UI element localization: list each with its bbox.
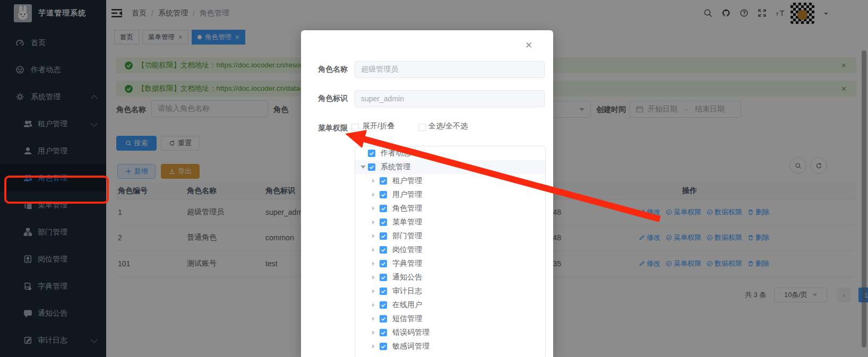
tree-caret-right-icon[interactable] — [372, 248, 377, 252]
tree-node-label: 作者动态 — [381, 149, 410, 158]
tree-checkbox[interactable] — [380, 329, 387, 336]
tree-caret-right-icon[interactable] — [372, 234, 377, 238]
select-all-checkbox[interactable] — [418, 124, 426, 131]
tree-checkbox[interactable] — [380, 274, 387, 281]
tree-checkbox[interactable] — [380, 205, 387, 212]
tree-node-label: 敏感词管理 — [392, 342, 429, 351]
tree-caret-down-icon[interactable] — [360, 166, 366, 171]
menu-permission-tree: 作者动态系统管理租户管理用户管理角色管理菜单管理部门管理岗位管理字典管理通知公告… — [355, 146, 546, 357]
tree-node-短信管理[interactable]: 短信管理 — [355, 312, 545, 326]
tree-caret-right-icon[interactable] — [372, 179, 377, 183]
tree-node-label: 系统管理 — [381, 162, 410, 172]
tree-caret-right-icon[interactable] — [372, 275, 377, 280]
tree-node-系统管理[interactable]: 系统管理 — [355, 160, 545, 174]
dialog-role-name-label: 角色名称 — [307, 65, 348, 74]
tree-checkbox[interactable] — [368, 163, 375, 171]
tree-caret-right-icon[interactable] — [372, 220, 377, 224]
tree-checkbox[interactable] — [380, 232, 387, 240]
expand-collapse-label[interactable]: 展开/折叠 — [363, 121, 394, 131]
tree-checkbox[interactable] — [380, 177, 387, 185]
tree-node-错误码管理[interactable]: 错误码管理 — [355, 326, 545, 339]
tree-node-label: 短信管理 — [392, 314, 422, 324]
tree-node-作者动态[interactable]: 作者动态 — [355, 146, 545, 160]
tree-node-label: 角色管理 — [392, 204, 422, 213]
select-all-label[interactable]: 全选/全不选 — [428, 121, 468, 131]
tree-caret-right-icon[interactable] — [372, 262, 377, 266]
dialog-menu-permission-label: 菜单权限 — [307, 124, 348, 133]
tree-node-label: 通知公告 — [392, 273, 422, 282]
tree-node-部门管理[interactable]: 部门管理 — [355, 229, 545, 243]
tree-node-审计日志[interactable]: 审计日志 — [355, 284, 545, 298]
tree-node-label: 部门管理 — [392, 231, 422, 241]
tree-checkbox[interactable] — [380, 301, 387, 309]
tree-caret-right-icon[interactable] — [372, 206, 377, 211]
tree-checkbox[interactable] — [368, 150, 375, 157]
tree-caret-right-icon[interactable] — [372, 330, 377, 335]
tree-caret-right-icon[interactable] — [372, 303, 377, 307]
tree-node-在线用户[interactable]: 在线用户 — [355, 298, 545, 312]
tree-node-label: 字典管理 — [392, 259, 422, 268]
tree-node-字典管理[interactable]: 字典管理 — [355, 257, 545, 271]
dialog-role-code-input[interactable]: super_admin — [355, 90, 545, 107]
tree-node-label: 租户管理 — [392, 176, 422, 186]
tree-node-岗位管理[interactable]: 岗位管理 — [355, 243, 545, 257]
tree-checkbox[interactable] — [380, 219, 387, 226]
tree-node-敏感词管理[interactable]: 敏感词管理 — [355, 339, 545, 353]
tree-node-通知公告[interactable]: 通知公告 — [355, 271, 545, 284]
tree-checkbox[interactable] — [380, 343, 387, 350]
tree-caret-right-icon[interactable] — [372, 289, 377, 293]
tree-node-label: 在线用户 — [392, 300, 422, 310]
expand-collapse-checkbox[interactable] — [351, 124, 359, 131]
tree-node-租户管理[interactable]: 租户管理 — [355, 174, 545, 188]
tree-node-菜单管理[interactable]: 菜单管理 — [355, 215, 545, 229]
dialog-role-code-label: 角色标识 — [307, 94, 348, 103]
dialog-close-icon[interactable]: ✕ — [524, 41, 534, 50]
tree-node-用户管理[interactable]: 用户管理 — [355, 188, 545, 202]
tree-node-label: 审计日志 — [392, 286, 422, 296]
tree-caret-right-icon[interactable] — [372, 344, 377, 349]
menu-permission-dialog: ✕ 角色名称 超级管理员 角色标识 super_admin 菜单权限 展开/折叠… — [301, 30, 553, 357]
tree-checkbox[interactable] — [380, 191, 387, 198]
tree-node-label: 岗位管理 — [392, 245, 422, 255]
tree-caret-right-icon[interactable] — [372, 317, 377, 321]
tree-node-label: 错误码管理 — [392, 328, 429, 337]
tree-node-label: 用户管理 — [392, 190, 422, 199]
tree-checkbox[interactable] — [380, 260, 387, 267]
tree-checkbox[interactable] — [380, 315, 387, 323]
tree-node-label: 菜单管理 — [392, 217, 422, 227]
tree-checkbox[interactable] — [380, 288, 387, 295]
tree-checkbox[interactable] — [380, 246, 387, 254]
tree-caret-right-icon[interactable] — [372, 193, 377, 197]
dialog-role-name-input[interactable]: 超级管理员 — [355, 61, 545, 78]
tree-node-角色管理[interactable]: 角色管理 — [355, 202, 545, 215]
